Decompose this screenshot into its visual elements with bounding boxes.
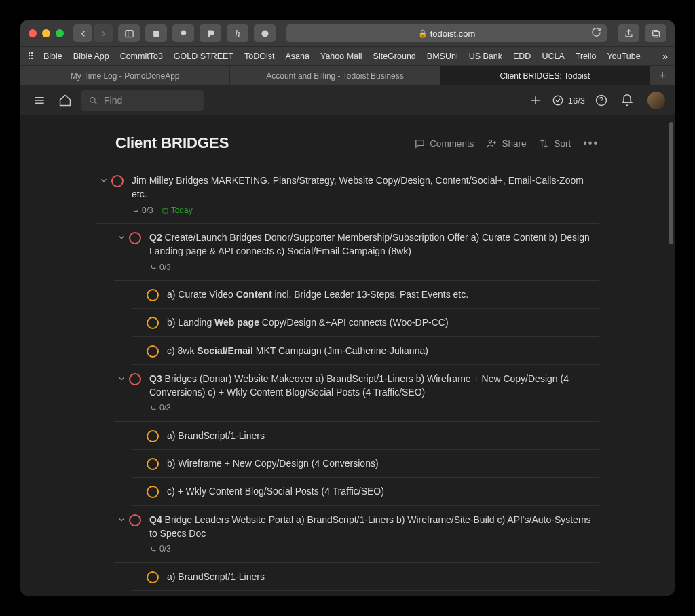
url-host: todoist.com — [430, 28, 475, 39]
task-row[interactable]: Q4 Bridge Leaders Website Portal a) Bran… — [114, 506, 599, 563]
task-row[interactable]: a) BrandScript/1-Liners — [132, 422, 599, 450]
ext-button-2[interactable] — [172, 24, 194, 42]
task-row[interactable]: b) Landing Web page Copy/Design &+API co… — [132, 309, 599, 336]
subtask-count: 0/3 — [149, 262, 171, 273]
task-checkbox[interactable] — [129, 373, 141, 385]
task-row[interactable]: Jim Milley Bridges MARKETING. Plans/Stra… — [96, 167, 599, 224]
task-checkbox[interactable] — [147, 317, 159, 329]
task-checkbox[interactable] — [129, 514, 141, 526]
svg-rect-2 — [153, 31, 159, 37]
svg-point-17 — [489, 140, 492, 142]
notifications-button[interactable] — [618, 91, 637, 110]
bookmark-item[interactable]: SiteGround — [373, 52, 416, 61]
bookmark-item[interactable]: Bible — [43, 52, 62, 61]
task-row[interactable]: Q3 Bridges (Donar) Website Makeover a) B… — [114, 365, 599, 422]
svg-text:G: G — [263, 31, 266, 36]
task-checkbox[interactable] — [147, 289, 159, 301]
collapse-chevron-icon[interactable] — [114, 231, 129, 242]
subtask-count: 0/3 — [149, 543, 171, 555]
bookmark-item[interactable]: ToDOist — [244, 52, 274, 61]
page-title: Client BRIDGES — [115, 134, 229, 152]
task-text: Q3 Bridges (Donar) Website Makeover a) B… — [149, 372, 599, 415]
share-button[interactable] — [618, 24, 639, 42]
tabs-overview-button[interactable] — [645, 24, 666, 42]
task-row[interactable]: a) Curate Video Content incl. Bridge Lea… — [132, 281, 599, 309]
menu-button[interactable] — [30, 91, 49, 110]
home-button[interactable] — [56, 91, 75, 110]
bookmark-item[interactable]: Bible App — [73, 52, 109, 61]
ext-button-3[interactable] — [200, 24, 221, 42]
ext-button-5[interactable]: G — [254, 24, 276, 42]
titlebar: h G 🔒 todoist.com — [20, 20, 675, 46]
bookmark-item[interactable]: Trello — [576, 52, 597, 61]
more-options-button[interactable]: ••• — [583, 137, 599, 149]
search-input[interactable]: Find — [81, 90, 204, 111]
task-row[interactable]: c) 8wk Social/Email MKT Campaign (Jim-Ca… — [132, 337, 599, 365]
task-row[interactable]: a) BrandScript/1-Liners — [132, 563, 599, 591]
task-text: c) + Wkly Content Blog/Social Posts (4 T… — [167, 484, 599, 498]
ext-button-1[interactable] — [145, 24, 167, 42]
maximize-window-button[interactable] — [56, 29, 64, 37]
search-icon — [88, 96, 98, 106]
help-button[interactable] — [592, 91, 611, 110]
search-placeholder: Find — [104, 95, 122, 106]
bookmark-item[interactable]: UCLA — [542, 52, 564, 61]
collapse-chevron-icon[interactable] — [114, 372, 129, 383]
nav-forward-button[interactable] — [94, 24, 113, 42]
task-checkbox[interactable] — [147, 571, 159, 583]
task-checkbox[interactable] — [147, 458, 159, 470]
new-tab-button[interactable]: + — [650, 66, 675, 85]
reload-icon[interactable] — [591, 27, 601, 39]
scrollbar-thumb[interactable] — [669, 122, 673, 244]
svg-rect-6 — [652, 30, 658, 35]
bookmarks-overflow-button[interactable]: » — [662, 51, 668, 62]
svg-rect-5 — [654, 31, 659, 37]
task-row[interactable]: b) Wireframe/Site-Build — [132, 591, 599, 596]
minimize-window-button[interactable] — [42, 29, 50, 37]
bookmark-item[interactable]: EDD — [513, 52, 531, 61]
sidebar-toggle-button[interactable] — [118, 24, 140, 42]
svg-line-11 — [94, 102, 96, 104]
bookmark-item[interactable]: Asana — [286, 52, 309, 61]
task-text: c) 8wk Social/Email MKT Campaign (Jim-Ca… — [167, 344, 599, 358]
browser-tab[interactable]: My Time Log - PomoDoneApp — [20, 66, 230, 85]
subtask-count: 0/3 — [149, 402, 171, 414]
bookmark-item[interactable]: GOLD STREET — [174, 52, 233, 61]
browser-tab[interactable]: Client BRIDGES: Todoist — [440, 66, 650, 85]
task-checkbox[interactable] — [111, 175, 124, 187]
ext-button-4[interactable]: h — [227, 24, 248, 42]
bookmark-item[interactable]: US Bank — [469, 52, 502, 61]
task-row[interactable]: c) + Wkly Content Blog/Social Posts (4 T… — [132, 478, 599, 505]
productivity-button[interactable]: 16/3 — [552, 94, 585, 107]
avatar[interactable] — [647, 92, 665, 109]
task-checkbox[interactable] — [147, 345, 159, 358]
task-checkbox[interactable] — [129, 232, 141, 244]
bookmark-item[interactable]: BMSUni — [427, 52, 458, 61]
task-row[interactable]: Q2 Create/Launch Bridges Donor/Supporter… — [114, 224, 599, 281]
task-checkbox[interactable] — [147, 486, 159, 498]
task-checkbox[interactable] — [147, 430, 159, 442]
close-window-button[interactable] — [29, 29, 37, 37]
bookmark-item[interactable]: YouTube — [607, 52, 641, 61]
browser-window: h G 🔒 todoist.com ⠿ BibleBible AppCommit… — [20, 20, 675, 596]
task-text: a) BrandScript/1-Liners — [167, 570, 599, 583]
apps-grid-icon[interactable]: ⠿ — [27, 51, 33, 62]
sort-button[interactable]: Sort — [538, 138, 571, 149]
due-date-today: Today — [162, 205, 193, 216]
task-row[interactable]: b) Wireframe + New Copy/Design (4 Conver… — [132, 450, 599, 478]
bookmark-item[interactable]: CommitTo3 — [120, 52, 163, 61]
add-task-button[interactable] — [526, 91, 545, 110]
svg-point-14 — [553, 96, 563, 105]
content-scroll[interactable]: Client BRIDGES Comments Share Sort ••• J… — [20, 115, 675, 596]
lock-icon: 🔒 — [418, 29, 428, 38]
bookmark-item[interactable]: Yahoo Mail — [320, 52, 362, 61]
share-project-button[interactable]: Share — [486, 138, 526, 149]
address-bar[interactable]: 🔒 todoist.com — [286, 24, 607, 42]
task-text: b) Landing Web page Copy/Design &+API co… — [167, 315, 599, 329]
nav-back-button[interactable] — [73, 24, 92, 42]
collapse-chevron-icon[interactable] — [96, 174, 111, 185]
collapse-chevron-icon[interactable] — [114, 513, 129, 524]
app-header: Find 16/3 — [20, 85, 675, 115]
comments-button[interactable]: Comments — [414, 138, 474, 149]
browser-tab[interactable]: Account and Billing - Todoist Business — [230, 66, 440, 85]
